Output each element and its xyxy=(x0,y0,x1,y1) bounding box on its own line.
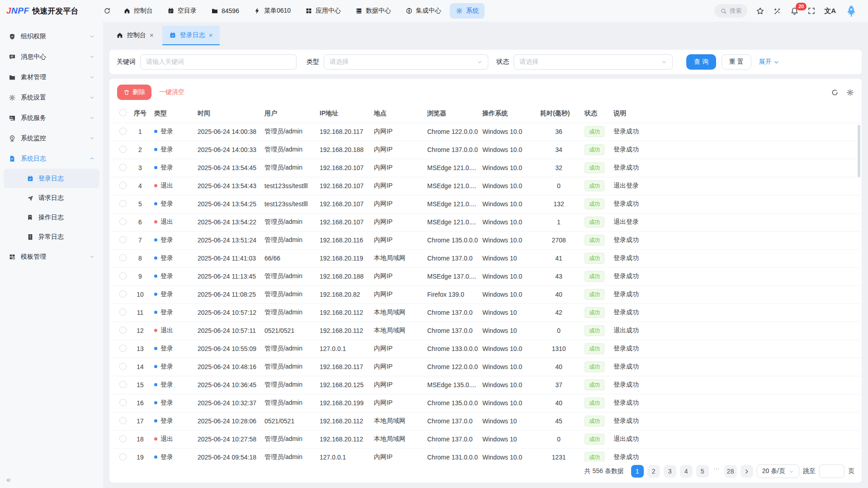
gear-icon xyxy=(9,94,16,101)
row-checkbox[interactable] xyxy=(119,218,127,225)
cell-ip: 192.168.20.119 xyxy=(316,249,370,267)
sidebar-item-7[interactable]: 系统日志 xyxy=(0,148,103,169)
sidebar-item-5[interactable]: 系统服务 xyxy=(0,108,103,128)
cell-type: 登录 xyxy=(151,231,194,249)
pagination-bar: 共 556 条数据 12345···28 20 条/页 跳至 页 xyxy=(109,462,862,483)
type-dot xyxy=(154,329,157,332)
row-checkbox[interactable] xyxy=(119,272,127,280)
page-ellipsis[interactable]: ··· xyxy=(712,465,721,478)
status-badge: 成功 xyxy=(585,162,604,173)
nav-item-label: 系统 xyxy=(466,7,479,15)
clear-all-link[interactable]: 一键清空 xyxy=(159,88,184,96)
close-icon[interactable]: × xyxy=(209,32,213,38)
page-button-5[interactable]: 5 xyxy=(696,465,709,478)
cell-type: 登录 xyxy=(151,141,194,159)
sidebar-item-1[interactable]: 组织权限 xyxy=(0,26,103,47)
translate-icon[interactable]: 文A xyxy=(824,7,836,15)
row-checkbox[interactable] xyxy=(119,308,127,316)
sidebar: 组织权限消息中心素材管理系统设置系统服务系统监控系统日志登录日志请求日志操作日志… xyxy=(0,22,103,488)
row-checkbox[interactable] xyxy=(119,236,127,243)
row-checkbox[interactable] xyxy=(119,146,127,153)
sidebar-item-4[interactable]: 系统设置 xyxy=(0,87,103,108)
page-button-4[interactable]: 4 xyxy=(680,465,693,478)
row-checkbox[interactable] xyxy=(119,290,127,298)
sidebar-item-6[interactable]: 系统监控 xyxy=(0,128,103,148)
notification-bell-icon[interactable]: 20 xyxy=(790,7,799,15)
tab-1[interactable]: 控制台× xyxy=(109,26,160,45)
row-checkbox[interactable] xyxy=(119,200,127,207)
nav-item-5[interactable]: 应用中心 xyxy=(299,3,347,19)
cell-ip: 192.168.20.112 xyxy=(316,322,370,340)
row-checkbox[interactable] xyxy=(119,363,127,370)
ai-assistant-icon[interactable] xyxy=(773,7,782,15)
nav-item-8[interactable]: 系统 xyxy=(450,3,485,19)
page-button-3[interactable]: 3 xyxy=(664,465,676,478)
row-checkbox[interactable] xyxy=(119,399,127,406)
nav-item-1[interactable]: 控制台 xyxy=(118,3,159,19)
sidebar-subitem-3[interactable]: 操作日志 xyxy=(4,208,99,227)
status-select[interactable]: 请选择 xyxy=(514,54,673,70)
cell-os: Windows 10.0 xyxy=(479,177,537,195)
cell-time: 2025-06-24 11:41:03 xyxy=(194,249,261,267)
user-avatar[interactable] xyxy=(844,4,858,18)
row-checkbox[interactable] xyxy=(119,128,127,135)
row-checkbox[interactable] xyxy=(119,345,127,352)
next-page-button[interactable] xyxy=(741,465,753,478)
page-button-28[interactable]: 28 xyxy=(724,465,737,478)
sidebar-item-2[interactable]: 消息中心 xyxy=(0,47,103,67)
page-size-select[interactable]: 20 条/页 xyxy=(757,464,799,478)
sidebar-item-label: 系统服务 xyxy=(21,114,84,122)
sidebar-item-3[interactable]: 素材管理 xyxy=(0,67,103,87)
total-count-text: 共 556 条数据 xyxy=(585,467,624,475)
page-button-1[interactable]: 1 xyxy=(631,465,644,478)
jump-page-input[interactable] xyxy=(819,464,844,478)
row-checkbox[interactable] xyxy=(119,254,127,261)
cell-desc: 登录成功 xyxy=(610,394,861,412)
cell-place: 内网IP xyxy=(370,213,424,231)
row-checkbox[interactable] xyxy=(119,435,127,442)
status-badge: 成功 xyxy=(585,217,604,227)
nav-item-3[interactable]: 84596 xyxy=(205,3,245,19)
search-button[interactable]: 查 询 xyxy=(686,54,716,70)
expand-filters-link[interactable]: 展开 xyxy=(759,58,779,66)
chevron-down-icon xyxy=(661,59,667,65)
sidebar-subitem-2[interactable]: 请求日志 xyxy=(4,188,99,208)
vertical-scrollbar-thumb[interactable] xyxy=(858,125,860,177)
sidebar-subitem-1[interactable]: 登录日志 xyxy=(4,169,99,188)
table-scroll-area[interactable]: 序号类型时间用户IP地址地点浏览器操作系统耗时(毫秒)状态说明 1登录2025-… xyxy=(109,104,862,462)
keyword-input[interactable]: 请输入关键词 xyxy=(140,54,297,70)
sidebar-subitem-4[interactable]: 异常日志 xyxy=(4,227,99,246)
global-search-input[interactable]: 搜索 xyxy=(714,4,747,18)
tab-2[interactable]: 登录日志× xyxy=(162,26,220,45)
row-checkbox[interactable] xyxy=(119,453,127,460)
row-checkbox[interactable] xyxy=(119,327,127,334)
page-button-2[interactable]: 2 xyxy=(647,465,660,478)
sidebar-collapse-icon[interactable]: « xyxy=(6,475,10,484)
cell-browser: Chrome 135.0.0.0 xyxy=(424,394,479,412)
fullscreen-icon[interactable] xyxy=(807,7,816,15)
nav-item-2[interactable]: 空目录 xyxy=(161,3,203,19)
cell-place: 内网IP xyxy=(370,231,424,249)
cell-user: 管理员/admin xyxy=(261,394,316,412)
row-checkbox[interactable] xyxy=(119,417,127,424)
cell-ip: 192.168.20.112 xyxy=(316,430,370,448)
type-select[interactable]: 请选择 xyxy=(324,54,488,70)
select-all-checkbox[interactable] xyxy=(119,109,127,116)
refresh-page-icon[interactable] xyxy=(99,3,115,19)
nav-item-6[interactable]: 数据中心 xyxy=(349,3,397,19)
delete-button[interactable]: 删除 xyxy=(117,85,151,100)
favorite-star-icon[interactable] xyxy=(756,7,764,15)
row-checkbox[interactable] xyxy=(119,182,127,189)
cell-no: 4 xyxy=(130,177,151,195)
cell-os: Windows 10.0 xyxy=(479,123,537,141)
close-icon[interactable]: × xyxy=(150,32,154,38)
column-settings-gear-icon[interactable] xyxy=(846,89,854,96)
sidebar-item-8[interactable]: 模板管理 xyxy=(0,246,103,267)
cell-place: 内网IP xyxy=(370,267,424,285)
refresh-table-icon[interactable] xyxy=(831,89,839,96)
nav-item-7[interactable]: 集成中心 xyxy=(400,3,447,19)
nav-item-4[interactable]: 菜单0610 xyxy=(248,3,297,19)
row-checkbox[interactable] xyxy=(119,381,127,388)
reset-button[interactable]: 重 置 xyxy=(722,54,751,70)
row-checkbox[interactable] xyxy=(119,164,127,171)
